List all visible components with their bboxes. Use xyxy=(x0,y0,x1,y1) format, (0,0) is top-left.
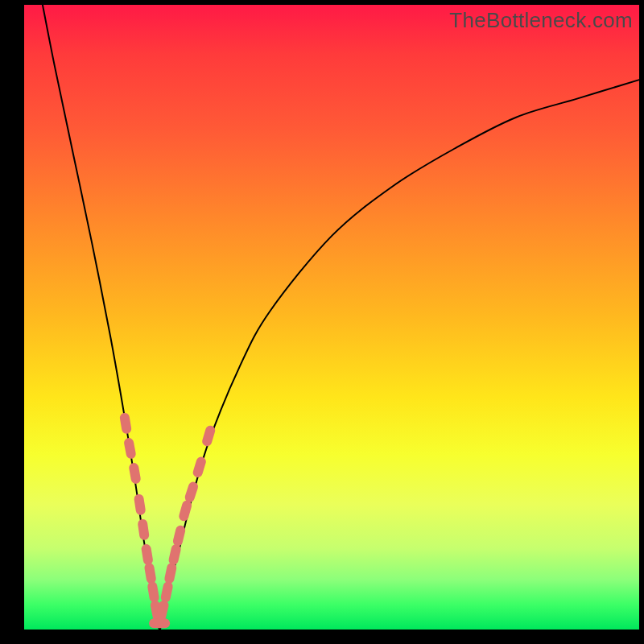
bottleneck-curve xyxy=(43,5,639,630)
sample-point xyxy=(150,568,151,579)
sample-points-group xyxy=(125,418,210,623)
sample-point xyxy=(147,549,148,560)
chart-frame: TheBottleneck.com xyxy=(0,0,644,644)
sample-point xyxy=(134,468,135,479)
sample-point xyxy=(129,443,131,454)
sample-point xyxy=(169,568,171,579)
sample-point xyxy=(125,418,126,429)
sample-point xyxy=(207,431,210,442)
sample-point xyxy=(142,524,144,535)
sample-point xyxy=(152,587,154,598)
sample-point xyxy=(174,549,176,560)
sample-point xyxy=(166,587,168,598)
sample-point xyxy=(161,605,163,617)
curve-layer xyxy=(24,5,639,630)
sample-point xyxy=(198,462,201,473)
sample-point xyxy=(139,499,141,510)
sample-point xyxy=(190,487,193,497)
sample-point xyxy=(184,506,187,517)
sample-point xyxy=(178,530,180,542)
plot-area: TheBottleneck.com xyxy=(24,5,639,630)
